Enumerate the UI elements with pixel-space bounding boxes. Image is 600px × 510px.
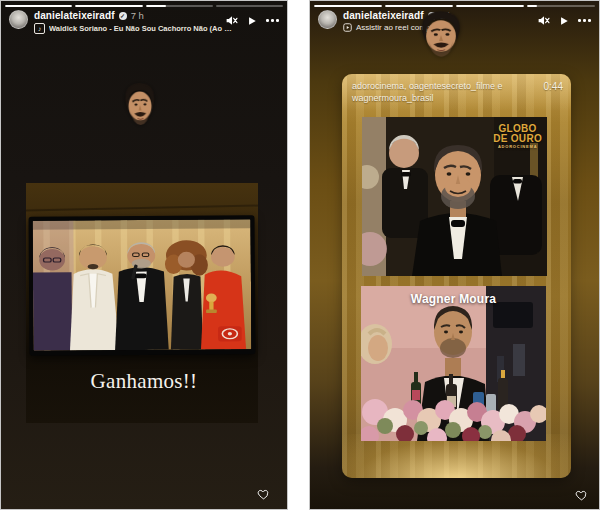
logo-line: DE OURO xyxy=(493,134,542,144)
progress-segment xyxy=(5,5,72,7)
play-icon[interactable] xyxy=(559,15,569,27)
story-caption-text: Ganhamos!! xyxy=(1,369,287,394)
reel-video-frame[interactable]: GLOBO DE OURO ADOROCINEMA xyxy=(362,117,547,276)
timestamp: 7 h xyxy=(131,10,144,21)
face-sticker[interactable] xyxy=(122,80,158,129)
heart-icon[interactable] xyxy=(575,489,588,502)
progress-segment xyxy=(216,5,283,7)
progress-segment xyxy=(385,5,453,7)
story-header: danielateixeiradf ✓ 7 h ♪ Waldick Sorian… xyxy=(9,10,234,34)
tv-frame xyxy=(29,215,256,356)
story-left: danielateixeiradf ✓ 7 h ♪ Waldick Sorian… xyxy=(0,0,288,510)
avatar[interactable] xyxy=(318,10,337,29)
story-controls xyxy=(225,14,279,27)
progress-segment xyxy=(146,5,213,7)
verified-badge-icon: ✓ xyxy=(119,12,127,20)
progress-segment xyxy=(456,5,524,7)
progress-segment xyxy=(527,5,595,7)
more-options-icon[interactable] xyxy=(578,15,591,27)
name-label: Wagner Moura xyxy=(361,292,546,306)
more-options-icon[interactable] xyxy=(266,15,279,27)
face-sticker[interactable] xyxy=(419,9,464,62)
heart-icon[interactable] xyxy=(257,488,270,501)
reel-attribution[interactable]: adorocinema, oagentesecreto_filme e wagn… xyxy=(352,81,524,104)
story-progress-bar xyxy=(5,5,283,7)
two-story-screenshots: danielateixeiradf ✓ 7 h ♪ Waldick Sorian… xyxy=(0,0,600,510)
music-note-icon: ♪ xyxy=(34,23,45,34)
reel-duration: 0:44 xyxy=(544,81,563,92)
username[interactable]: danielateixeiradf xyxy=(343,10,424,21)
progress-segment xyxy=(314,5,382,7)
progress-segment xyxy=(75,5,142,7)
tv-screen-awards-scene xyxy=(33,219,252,351)
logo-subtitle: ADOROCINEMA xyxy=(493,145,542,149)
username[interactable]: danielateixeiradf xyxy=(34,10,115,21)
story-controls xyxy=(537,14,591,27)
reel-embed-card[interactable]: adorocinema, oagentesecreto_filme e wagn… xyxy=(342,74,571,478)
reel-second-frame xyxy=(361,286,546,441)
play-icon[interactable] xyxy=(247,15,257,27)
table-scene-illustration xyxy=(361,286,546,441)
story-right: danielateixeiradf ✓ 1 h Assistir ao reel… xyxy=(309,0,600,510)
avatar[interactable] xyxy=(9,10,28,29)
music-title[interactable]: Waldick Soriano - Eu Não Sou Cachorro Nã… xyxy=(49,24,234,33)
reel-icon xyxy=(343,23,352,32)
muted-speaker-icon[interactable] xyxy=(225,14,238,27)
globo-de-ouro-logo: GLOBO DE OURO ADOROCINEMA xyxy=(493,124,542,149)
story-progress-bar xyxy=(314,5,595,7)
awards-stage-illustration xyxy=(33,219,252,351)
muted-speaker-icon[interactable] xyxy=(537,14,550,27)
reel-attribution-bar: adorocinema, oagentesecreto_filme e wagn… xyxy=(342,74,571,115)
